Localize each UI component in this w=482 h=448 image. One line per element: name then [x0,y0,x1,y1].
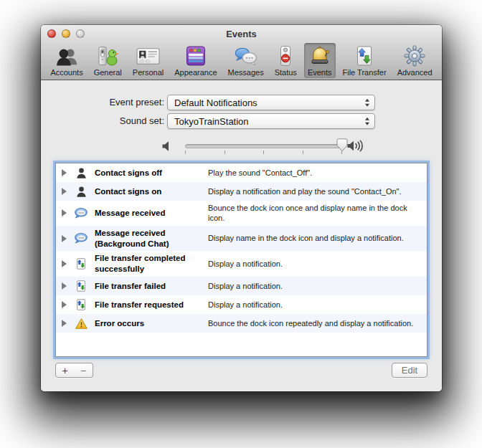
disclosure-triangle-icon[interactable] [62,235,67,242]
event-title: File transfer failed [95,281,202,292]
toolbar: AccountsGeneralPersonalAppearanceMessage… [41,42,442,80]
event-row-file-transfer-completed[interactable]: File transfer completed successfullyDisp… [56,251,427,277]
event-description: Display name in the dock icon and displa… [208,233,422,243]
desktop: Events AccountsGeneralPersonalAppearance… [0,0,482,448]
messages-icon [234,45,257,67]
speaker-high-icon [346,139,366,156]
event-title: File transfer requested [95,300,202,310]
disclosure-triangle-icon[interactable] [62,169,67,176]
speaker-low-icon [161,140,174,155]
popup-arrows-icon [365,118,369,125]
toolbar-item-appearance[interactable]: Appearance [171,43,220,78]
file-transfer-icon [73,299,89,310]
disclosure-triangle-icon[interactable] [62,188,67,195]
event-description: Display a notification and play the soun… [208,186,422,196]
event-row-message-received-background-chat[interactable]: Message received (Background Chat)Displa… [56,226,427,252]
event-row-file-transfer-failed[interactable]: File transfer failedDisplay a notificati… [56,277,427,295]
general-icon [97,45,118,67]
event-description: Display a notification. [208,259,422,269]
toolbar-item-accounts[interactable]: Accounts [47,43,86,78]
event-preset-label: Event preset: [41,95,164,110]
toolbar-item-file-transfer[interactable]: File Transfer [339,43,390,78]
event-row-file-transfer-requested[interactable]: File transfer requestedDisplay a notific… [56,295,427,314]
file-transfer-icon [354,45,375,67]
toolbar-item-personal[interactable]: Personal [129,43,167,78]
toolbar-item-label: Status [275,68,297,77]
file-transfer-icon [73,258,89,270]
toolbar-item-label: Accounts [50,68,82,77]
sound-set-label: Sound set: [41,113,164,129]
advanced-icon [404,45,425,67]
toolbar-item-general[interactable]: General [90,43,126,78]
toolbar-item-advanced[interactable]: Advanced [394,43,436,78]
event-row-message-received[interactable]: Message receivedBounce the dock icon onc… [56,201,427,226]
toolbar-item-label: Messages [228,68,264,77]
event-title: Contact signs on [95,186,202,197]
toolbar-item-label: Personal [133,68,164,77]
event-row-error-occurs[interactable]: Error occursBounce the dock icon repeate… [56,314,427,333]
chat-icon [73,207,89,219]
disclosure-triangle-icon[interactable] [62,320,67,327]
popup-arrows-icon [365,99,369,107]
status-icon [275,45,296,67]
appearance-icon [185,45,207,67]
preferences-window: Events AccountsGeneralPersonalAppearance… [41,25,442,391]
person-icon [73,167,89,179]
event-preset-value: Default Notifications [174,97,257,108]
remove-event-button[interactable]: − [74,363,93,378]
toolbar-item-events[interactable]: Events [304,43,336,78]
events-icon [309,45,331,67]
person-icon [73,186,89,198]
event-description: Display a notification. [208,300,422,310]
sound-set-select[interactable]: TokyoTrainStation [167,113,375,129]
toolbar-item-messages[interactable]: Messages [225,43,268,78]
toolbar-item-label: General [94,68,122,77]
event-description: Play the sound "Contact_Off". [208,168,422,178]
toolbar-item-status[interactable]: Status [271,43,301,78]
chat-icon [73,232,89,244]
file-transfer-icon [73,280,89,292]
event-description: Display a notification. [208,281,422,291]
volume-slider[interactable] [161,138,377,158]
personal-icon [136,45,160,67]
add-event-button[interactable]: + [55,363,75,378]
volume-slider-track[interactable] [185,144,344,148]
event-title: Message received (Background Chat) [95,228,202,249]
event-title: File transfer completed successfully [95,253,202,275]
toolbar-item-label: File Transfer [343,68,387,77]
toolbar-item-label: Appearance [174,68,217,77]
accounts-icon [55,45,79,67]
content-area: Event preset: Default Notifications Soun… [41,80,442,391]
disclosure-triangle-icon[interactable] [62,260,67,267]
event-description: Bounce the dock icon once and display na… [208,203,422,224]
titlebar[interactable]: Events [41,25,442,42]
event-list[interactable]: Contact signs offPlay the sound "Contact… [55,163,427,357]
disclosure-triangle-icon[interactable] [62,301,67,308]
event-title: Message received [95,208,202,219]
event-title: Contact signs off [95,168,202,178]
edit-button[interactable]: Edit [392,363,427,378]
event-description: Bounce the dock icon repeatedly and disp… [208,318,422,328]
window-header: Events AccountsGeneralPersonalAppearance… [41,25,442,80]
sound-set-value: TokyoTrainStation [174,116,249,127]
event-row-contact-signs-on[interactable]: Contact signs onDisplay a notification a… [56,182,427,201]
volume-slider-ticks [185,151,342,154]
disclosure-triangle-icon[interactable] [62,282,67,290]
warning-icon [73,318,89,330]
event-preset-select[interactable]: Default Notifications [167,95,375,110]
window-title: Events [41,25,442,42]
toolbar-item-label: Advanced [397,68,433,77]
event-title: Error occurs [95,318,202,329]
disclosure-triangle-icon[interactable] [62,209,67,216]
event-row-contact-signs-off[interactable]: Contact signs offPlay the sound "Contact… [56,163,427,182]
toolbar-item-label: Events [308,68,332,77]
